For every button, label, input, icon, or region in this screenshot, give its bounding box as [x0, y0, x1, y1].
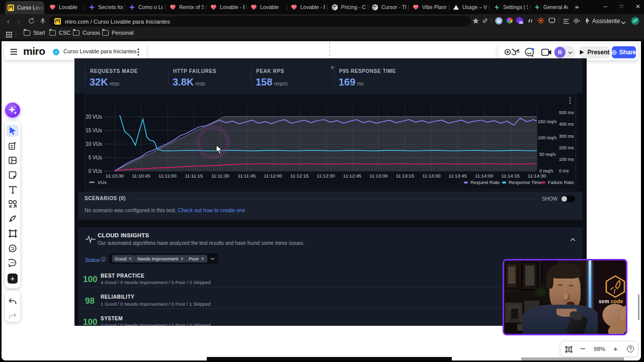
svg-text:25: 25: [519, 21, 523, 24]
svg-text:f i: f i: [528, 19, 532, 24]
